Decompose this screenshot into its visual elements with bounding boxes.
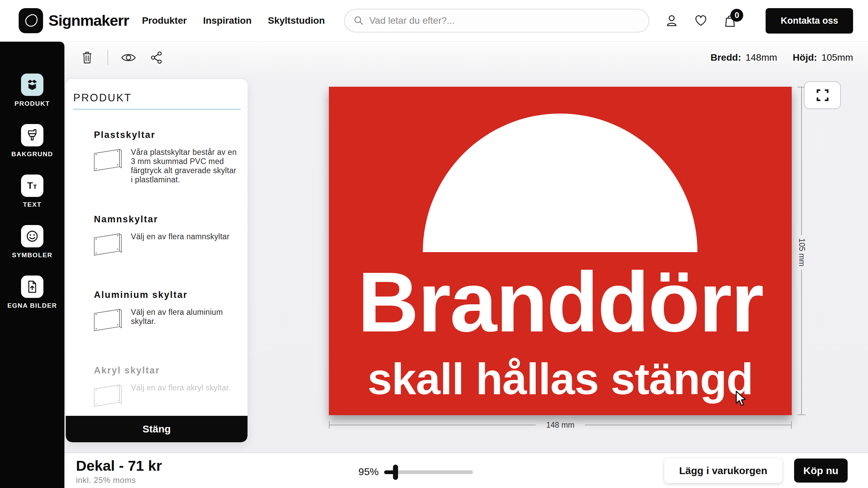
search-input[interactable]	[369, 15, 640, 26]
preview-button[interactable]	[121, 50, 136, 65]
heart-icon	[694, 14, 708, 28]
sign-thumbnail-icon	[92, 308, 124, 336]
delete-button[interactable]	[80, 50, 95, 65]
toolbar-divider	[107, 50, 108, 65]
sign-thumbnail-icon	[92, 148, 124, 184]
size-readout: Bredd: 148mm Höjd: 105mm	[710, 52, 853, 63]
panel-title-underline	[73, 109, 241, 110]
height-label: Höjd:	[793, 52, 817, 63]
header: Signmakerr Produkter Inspiration Skyltst…	[0, 0, 868, 42]
product-option-aluminium-skyltar[interactable]: Aluminium skyltar Välj en av flera alumi…	[92, 290, 239, 336]
height-readout: Höjd: 105mm	[793, 52, 853, 63]
close-panel-button[interactable]: Stäng	[66, 416, 248, 442]
sidebar-item-bakgrund[interactable]: BAKGRUND	[12, 124, 53, 158]
brand-logo-icon[interactable]	[19, 8, 43, 33]
sign-thumbnail-icon	[92, 383, 124, 411]
user-icon	[665, 14, 679, 28]
zoom-slider[interactable]	[384, 465, 473, 479]
add-to-cart-button[interactable]: Lägg i varukorgen	[664, 458, 783, 483]
sidebar-item-symboler[interactable]: SYMBOLER	[12, 225, 53, 259]
sidebar-label: EGNA BILDER	[7, 302, 57, 309]
product-list: Plastskyltar Våra plastskyltar består av…	[66, 130, 248, 441]
bakgrund-tile	[21, 124, 43, 146]
sign-text-line2: skall hållas stängd	[329, 357, 792, 401]
trash-icon	[81, 50, 94, 65]
fullscreen-icon	[816, 88, 829, 102]
open-box-icon	[25, 77, 40, 92]
sign-text-line1: Branddörr	[329, 260, 792, 345]
pebble-logo-icon	[23, 13, 39, 28]
product-option-akryl-skyltar[interactable]: Akryl skyltar Välj en av flera akryl sky…	[92, 365, 239, 411]
main-nav: Produkter Inspiration Skyltstudion	[142, 15, 325, 26]
brand-name: Signmakerr	[48, 12, 129, 29]
text-icon: T т	[25, 178, 40, 193]
product-name: Akryl skyltar	[94, 365, 239, 376]
sidebar-label: SYMBOLER	[12, 251, 53, 259]
height-value: 105mm	[822, 52, 853, 63]
product-option-plastskyltar[interactable]: Plastskyltar Våra plastskyltar består av…	[92, 130, 239, 184]
width-value: 148mm	[746, 52, 777, 63]
panel-title: PRODUKT	[73, 92, 132, 104]
product-name: Aluminium skyltar	[94, 290, 239, 300]
product-panel: PRODUKT Plastskyltar Våra plastskyltar b…	[65, 79, 248, 443]
nav-produkter[interactable]: Produkter	[142, 15, 187, 26]
vat-note: inkl. 25% moms	[76, 475, 136, 485]
width-label: Bredd:	[710, 52, 741, 63]
sidebar-item-text[interactable]: T т TEXT	[21, 175, 43, 208]
zoom-percent: 95%	[358, 466, 379, 477]
nav-skyltstudion[interactable]: Skyltstudion	[268, 15, 325, 26]
header-actions: 0 Kontakta oss	[665, 8, 853, 34]
height-dimension-annotation: 105 mm	[797, 87, 811, 415]
sign-canvas[interactable]: Branddörr skall hållas stängd	[329, 87, 792, 415]
favorites-button[interactable]	[694, 14, 708, 28]
signmaker-app: Signmakerr Produkter Inspiration Skyltst…	[0, 0, 868, 488]
cart-badge: 0	[730, 9, 743, 22]
nav-inspiration[interactable]: Inspiration	[203, 15, 252, 26]
share-button[interactable]	[149, 50, 164, 65]
produkt-tile	[21, 74, 43, 96]
sign-thumbnail-icon	[92, 232, 124, 260]
paint-brush-icon	[25, 128, 40, 143]
share-icon	[150, 51, 162, 64]
search-icon	[354, 15, 364, 26]
product-description: Välj en av flera akryl skyltar.	[131, 383, 239, 411]
bottom-bar: Dekal - 71 kr inkl. 25% moms 95% Lägg i …	[64, 452, 868, 488]
smiley-icon	[25, 229, 40, 244]
sidebar-label: TEXT	[23, 201, 42, 208]
product-description: Våra plastskyltar består av en 3 mm skum…	[131, 148, 239, 184]
contact-button[interactable]: Kontakta oss	[766, 8, 853, 34]
text-tile: T т	[21, 175, 43, 197]
sidebar-item-egna-bilder[interactable]: EGNA BILDER	[7, 276, 57, 309]
cart-button[interactable]: 0	[723, 14, 737, 28]
file-upload-icon	[25, 279, 40, 294]
symboler-tile	[21, 225, 43, 247]
zoom-slider-handle[interactable]	[393, 465, 398, 480]
sidebar-label: PRODUKT	[15, 100, 50, 107]
fullscreen-button[interactable]	[804, 81, 841, 109]
sidebar: PRODUKT BAKGRUND T т TEXT	[0, 42, 64, 488]
sign-dome-shape	[423, 114, 697, 252]
product-name: Plastskyltar	[94, 130, 239, 140]
svg-text:т: т	[33, 182, 37, 190]
egna-bilder-tile	[21, 276, 43, 298]
search-bar[interactable]	[344, 9, 649, 33]
sidebar-label: BAKGRUND	[12, 150, 53, 158]
buy-now-button[interactable]: Köp nu	[794, 459, 848, 483]
svg-text:T: T	[27, 180, 33, 191]
product-description: Välj en av flera aluminium skyltar.	[131, 308, 239, 336]
product-name: Namnskyltar	[94, 214, 239, 225]
sidebar-item-produkt[interactable]: PRODUKT	[15, 74, 50, 107]
product-description: Välj en av flera namnskyltar	[131, 232, 239, 260]
product-option-namnskyltar[interactable]: Namnskyltar Välj en av flera namnskyltar	[92, 214, 239, 260]
account-button[interactable]	[665, 14, 679, 28]
height-dimension-value: 105 mm	[797, 238, 806, 269]
canvas-toolbar	[80, 50, 164, 65]
width-dimension-annotation: 148 mm	[329, 421, 792, 429]
product-price: Dekal - 71 kr	[76, 458, 162, 474]
width-readout: Bredd: 148mm	[710, 52, 777, 63]
eye-icon	[121, 52, 136, 63]
